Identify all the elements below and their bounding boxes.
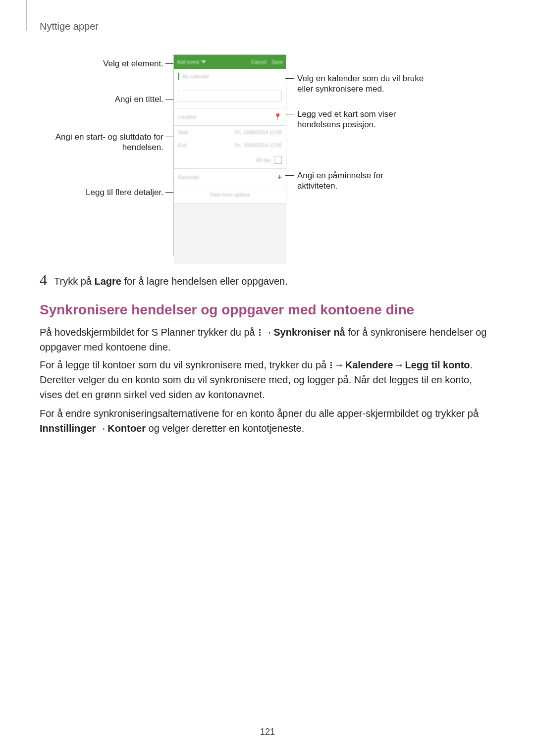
- p1-a: På hovedskjermbildet for S Planner trykk…: [40, 327, 258, 338]
- callout-line: [165, 63, 173, 64]
- paragraph-3: For å endre synkroniseringsalternativene…: [40, 406, 495, 436]
- step-number: 4: [40, 271, 47, 288]
- end-row: End Fri, 15/08/2014 12:00: [174, 139, 286, 151]
- p3-innstillinger: Innstillinger: [40, 423, 96, 434]
- callout-select-element: Velg et element.: [45, 58, 163, 69]
- end-value: Fri, 15/08/2014 12:00: [235, 143, 282, 148]
- callout-line: [285, 78, 294, 79]
- calendar-color-bar: [178, 73, 179, 80]
- callout-choose-calendar-l1: Velg en kalender som du vil bruke: [297, 74, 424, 83]
- reminder-row: Reminder +: [174, 169, 286, 186]
- dropdown-triangle-icon: [201, 60, 206, 63]
- more-options-row: View more options: [174, 186, 286, 203]
- add-reminder-icon: +: [277, 173, 282, 182]
- p3-a: For å endre synkroniseringsalternativene…: [40, 408, 479, 419]
- callout-reminder: Angi en påminnelse for aktiviteten.: [297, 170, 456, 192]
- callout-reminder-l2: aktiviteten.: [297, 181, 337, 191]
- callout-dates: Angi en start- og sluttdato for hendelse…: [35, 132, 163, 153]
- breadcrumb: Nyttige apper: [40, 21, 99, 32]
- start-label: Start: [178, 130, 188, 135]
- more-menu-icon: [330, 361, 333, 369]
- p2-kalendere: Kalendere: [345, 359, 393, 370]
- p1-arrow: →: [263, 325, 272, 340]
- location-label: Location: [178, 114, 197, 120]
- callout-choose-calendar: Velg en kalender som du vil bruke eller …: [297, 73, 456, 95]
- callout-more-details: Legg til flere detaljer.: [45, 187, 163, 198]
- step-text: Trykk på Lagre for å lagre hendelsen ell…: [54, 274, 288, 289]
- step4-before: Trykk på: [54, 276, 95, 287]
- left-rule: [26, 0, 27, 31]
- calendar-name: My calendar: [182, 74, 209, 79]
- more-menu-icon: [258, 328, 261, 337]
- callout-line: [285, 175, 294, 176]
- callout-dates-line2: hendelsen.: [122, 143, 163, 152]
- calendar-row: My calendar: [174, 69, 286, 84]
- allday-checkbox: [274, 156, 282, 164]
- callout-reminder-l1: Angi en påminnelse for: [297, 171, 383, 180]
- start-value: Fri, 15/08/2014 12:00: [235, 130, 282, 135]
- callout-map: Legg ved et kart som viser hendelsens po…: [297, 109, 456, 130]
- paragraph-2: For å legge til kontoer som du vil synkr…: [40, 357, 495, 402]
- p2-arrow2: →: [394, 357, 404, 372]
- callout-line: [285, 114, 294, 114]
- p2-arrow1: →: [334, 357, 344, 372]
- p3-e: og velger deretter en kontotjeneste.: [146, 423, 304, 434]
- location-row: Location 📍: [174, 108, 286, 126]
- location-pin-icon: 📍: [273, 113, 282, 121]
- section-title: Synkronisere hendelser og oppgaver med k…: [40, 302, 414, 318]
- callout-dates-line1: Angi en start- og sluttdato for: [55, 132, 163, 142]
- p3-kontoer: Kontoer: [107, 423, 146, 434]
- step4-bold: Lagre: [95, 276, 121, 287]
- callout-title: Angi en tittel.: [45, 94, 163, 104]
- p2-a: For å legge til kontoer som du vil synkr…: [40, 359, 329, 370]
- paragraph-1: På hovedskjermbildet for S Planner trykk…: [40, 325, 495, 354]
- callout-line: [165, 192, 173, 193]
- end-label: End: [178, 143, 187, 148]
- callout-line: [165, 137, 173, 137]
- save-button: Save: [271, 59, 283, 65]
- step4-after: for å lagre hendelsen eller oppgaven.: [121, 276, 288, 287]
- title-row: [174, 84, 286, 108]
- reminder-label: Reminder: [178, 175, 199, 180]
- callout-map-l1: Legg ved et kart som viser: [297, 109, 396, 119]
- more-options-label: View more options: [210, 192, 250, 198]
- title-input: [178, 91, 282, 101]
- step-4: 4 Trykk på Lagre for å lagre hendelsen e…: [40, 271, 495, 289]
- phone-header: Add event Cancel Save: [174, 55, 286, 69]
- cancel-button: Cancel: [251, 59, 267, 65]
- p3-arrow: →: [97, 421, 107, 436]
- p1-bold: Synkroniser nå: [273, 327, 345, 338]
- callout-choose-calendar-l2: eller synkronisere med.: [297, 84, 384, 94]
- start-row: Start Fri, 15/08/2014 12:00: [174, 126, 286, 139]
- annotated-screenshot: Add event Cancel Save My calendar Locati…: [45, 54, 490, 257]
- phone-mock: Add event Cancel Save My calendar Locati…: [173, 54, 286, 255]
- p2-leggtil: Legg til konto: [405, 359, 470, 370]
- callout-map-l2: hendelsens posisjon.: [297, 120, 376, 129]
- page-number: 121: [0, 727, 535, 737]
- allday-label: All day: [256, 157, 271, 163]
- add-event-label: Add event: [177, 59, 199, 65]
- phone-blank-area: [174, 203, 286, 264]
- allday-row: All day: [174, 151, 286, 169]
- callout-line: [165, 99, 173, 100]
